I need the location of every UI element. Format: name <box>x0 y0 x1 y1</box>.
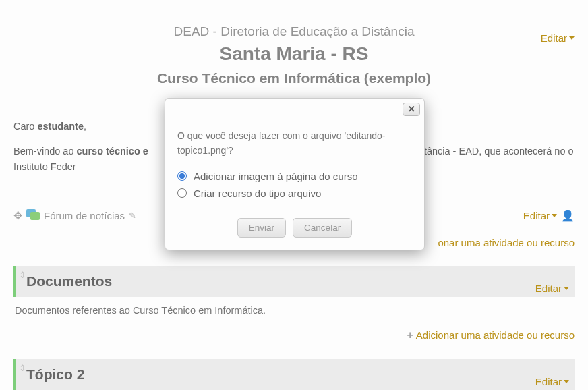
cancel-button[interactable]: Cancelar <box>293 218 352 238</box>
dialog-close-button[interactable]: ✕ <box>403 103 420 116</box>
option-add-image[interactable]: Adicionar imagem à página do curso <box>177 171 412 182</box>
submit-button[interactable]: Enviar <box>237 218 286 238</box>
option-label: Adicionar imagem à página do curso <box>194 171 357 182</box>
dialog-question: O que você deseja fazer com o arquivo 'e… <box>177 128 412 159</box>
option-create-file-resource[interactable]: Criar recurso do tipo arquivo <box>177 188 412 199</box>
option-label: Criar recurso do tipo arquivo <box>194 188 321 199</box>
radio-add-image[interactable] <box>177 171 187 181</box>
radio-create-file[interactable] <box>177 188 187 198</box>
upload-choice-dialog: ✕ O que você deseja fazer com o arquivo … <box>165 98 425 250</box>
